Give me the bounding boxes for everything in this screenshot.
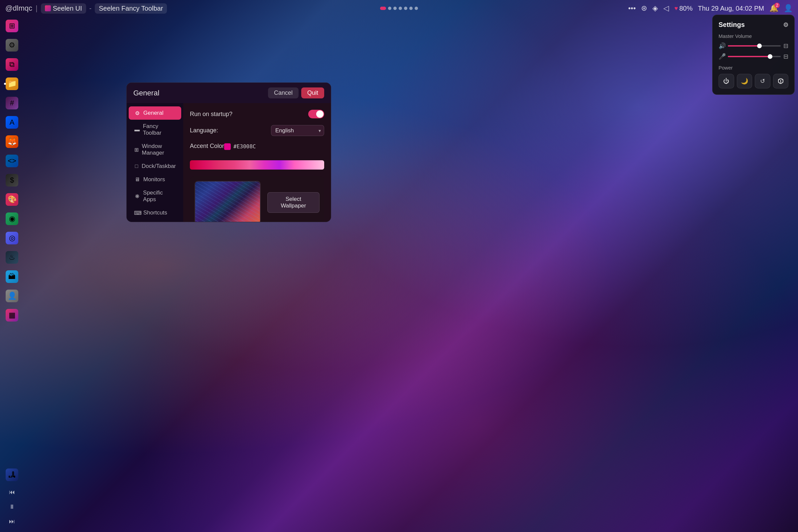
vscode-icon: <>: [6, 155, 18, 167]
topbar-wifi-icon[interactable]: ◈: [652, 4, 658, 13]
system-settings-title: Settings ⚙: [719, 21, 788, 28]
startup-toggle[interactable]: [308, 110, 324, 118]
topbar-bluetooth-icon[interactable]: ⊛: [641, 4, 647, 13]
accent-color-row: Accent Color #E3008C: [190, 142, 324, 154]
sidebar-item-terminal[interactable]: $: [3, 172, 21, 189]
speaker-adjust-icon[interactable]: ⊟: [783, 42, 788, 50]
mic-volume-fill: [728, 56, 770, 57]
general-nav-icon: ⚙: [134, 110, 141, 116]
quit-button[interactable]: Quit: [301, 88, 324, 98]
logout-button[interactable]: ⏻: [719, 74, 734, 89]
shutdown-button[interactable]: ⏼: [773, 74, 789, 89]
moon-icon: 🌙: [741, 77, 748, 85]
nav-item-monitors[interactable]: 🖥 Monitors: [129, 173, 181, 186]
accent-color-swatch[interactable]: [224, 143, 231, 150]
language-select[interactable]: English Spanish French: [271, 125, 324, 136]
topbar: @dlmqc | Seelen UI - Seelen Fancy Toolba…: [0, 0, 798, 17]
nav-item-specific-apps[interactable]: ❋ Specific Apps: [129, 186, 181, 206]
media-next-button[interactable]: ⏭: [5, 515, 19, 528]
nav-item-dock-taskbar[interactable]: □ Dock/Taskbar: [129, 159, 181, 173]
wallpaper-preview: [194, 181, 261, 222]
nav-item-monitors-label: Monitors: [143, 176, 165, 183]
sidebar-active-dot: [4, 83, 6, 85]
nav-item-shortcuts[interactable]: ⌨ Shortcuts: [129, 206, 181, 220]
fancy-toolbar-nav-icon: ▬: [134, 127, 140, 133]
tl-red[interactable]: [380, 7, 386, 10]
sidebar-item-vscode[interactable]: <>: [3, 152, 21, 170]
topbar-more-icon[interactable]: •••: [628, 4, 636, 13]
settings-nav: ⚙ General ▬ Fancy Toolbar ⊞ Window Manag…: [127, 103, 183, 222]
system-settings-gear-icon[interactable]: ⚙: [783, 21, 788, 28]
cancel-button[interactable]: Cancel: [268, 88, 299, 98]
sidebar-item-folder[interactable]: 📁: [3, 75, 21, 92]
speaker-volume-row: 🔊 ⊟: [719, 42, 788, 50]
terminal-icon: $: [6, 174, 18, 187]
mic-adjust-icon[interactable]: ⊟: [783, 53, 788, 60]
store-icon: A: [6, 116, 18, 129]
sidebar-media-controls: ⏮ ⏸ ⏭: [5, 486, 19, 528]
nav-item-general[interactable]: ⚙ General: [129, 107, 181, 120]
sidebar-item-mosaic[interactable]: ▦: [3, 307, 21, 324]
sidebar-item-store[interactable]: A: [3, 114, 21, 131]
topbar-center: [380, 7, 418, 10]
topbar-app1-icon: [45, 5, 51, 11]
user-icon: 👤: [6, 290, 18, 302]
sidebar-item-user[interactable]: 👤: [3, 287, 21, 305]
slack-icon: #: [6, 97, 18, 109]
sidebar-item-grid[interactable]: ⊞: [3, 17, 21, 35]
mic-volume-row: 🎤 ⊟: [719, 53, 788, 60]
gear-icon: ⚙: [6, 39, 18, 52]
language-select-wrapper: English Spanish French ▾: [271, 125, 324, 136]
media-play-pause-button[interactable]: ⏸: [5, 500, 19, 513]
media-prev-button[interactable]: ⏮: [5, 486, 19, 499]
sidebar-item-paint[interactable]: 🎨: [3, 191, 21, 208]
topbar-divider: |: [36, 4, 38, 13]
topbar-app1[interactable]: Seelen UI: [41, 3, 86, 14]
sidebar-item-steam[interactable]: ♨: [3, 249, 21, 266]
topbar-battery[interactable]: ♥ 80%: [674, 5, 692, 12]
restart-icon: ↺: [760, 77, 765, 85]
tl-dot-1: [388, 7, 391, 10]
sidebar-item-discord[interactable]: ◎: [3, 229, 21, 247]
speaker-icon: 🔊: [719, 42, 725, 50]
mic-icon: 🎤: [719, 53, 725, 60]
sidebar-item-photo[interactable]: 🏔: [3, 268, 21, 285]
topbar-app2[interactable]: Seelen Fancy Toolbar: [95, 3, 167, 14]
sidebar-item-settings[interactable]: ⚙: [3, 37, 21, 54]
night-mode-button[interactable]: 🌙: [737, 74, 753, 89]
topbar-volume-icon[interactable]: ◁: [663, 4, 669, 13]
speaker-volume-slider[interactable]: [728, 45, 781, 46]
topbar-username: @dlmqc: [5, 4, 32, 13]
settings-content: Run on startup? Language: English Spanis…: [183, 103, 331, 222]
logout-icon: ⏻: [723, 78, 729, 85]
nav-item-fancy-toolbar[interactable]: ▬ Fancy Toolbar: [129, 120, 181, 140]
topbar-user-icon[interactable]: 👤: [784, 4, 793, 13]
sidebar-item-puzzle[interactable]: ⧉: [3, 56, 21, 73]
tl-dot-5: [409, 7, 413, 10]
topbar-left: @dlmqc | Seelen UI - Seelen Fancy Toolba…: [5, 3, 624, 14]
nav-item-fancy-toolbar-label: Fancy Toolbar: [143, 123, 176, 136]
window-manager-nav-icon: ⊞: [134, 147, 139, 153]
settings-panel-title: General: [133, 89, 268, 97]
sidebar-item-firefox[interactable]: 🦊: [3, 133, 21, 150]
steam-icon: ♨: [6, 251, 18, 264]
nav-item-developer[interactable]: </> Developer: [129, 220, 181, 222]
nav-item-shortcuts-label: Shortcuts: [143, 209, 167, 216]
sidebar-item-slack[interactable]: #: [3, 94, 21, 112]
sidebar-item-mountain[interactable]: 🏞: [3, 466, 21, 483]
topbar-app2-name: Seelen Fancy Toolbar: [99, 5, 163, 12]
mic-volume-slider[interactable]: [728, 56, 781, 57]
select-wallpaper-button[interactable]: Select Wallpaper: [267, 192, 320, 213]
restart-button[interactable]: ↺: [755, 74, 771, 89]
topbar-notifications[interactable]: 🔔 2: [770, 4, 778, 13]
sidebar-item-circle[interactable]: ◉: [3, 210, 21, 227]
language-row: Language: English Spanish French ▾: [190, 125, 324, 136]
folder-icon: 📁: [6, 77, 18, 90]
nav-item-window-manager[interactable]: ⊞ Window Manager: [129, 140, 181, 159]
speaker-volume-thumb: [757, 43, 762, 48]
monitors-nav-icon: 🖥: [134, 176, 141, 183]
mic-volume-thumb: [768, 54, 773, 59]
master-volume-label: Master Volume: [719, 33, 788, 39]
color-gradient-bar[interactable]: [190, 160, 324, 170]
language-label: Language:: [190, 127, 271, 134]
